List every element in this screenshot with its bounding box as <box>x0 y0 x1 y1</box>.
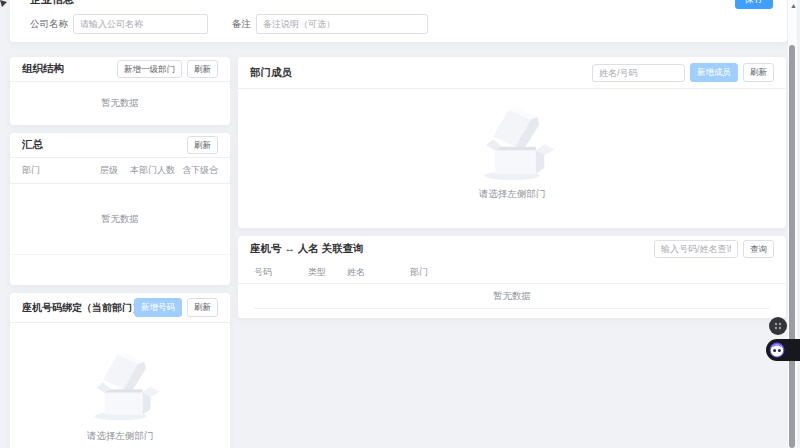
summary-card: 汇总 刷新 部门 层级 本部门人数 含下级合计 暂无数据 <box>10 133 230 285</box>
phone-binding-title: 座机号码绑定（当前部门） <box>22 301 134 315</box>
summary-col-total: 含下级合计 <box>182 164 218 177</box>
lookup-card: 座机号 ↔ 人名 关联查询 查询 号码 类型 姓名 部门 暂无数据 <box>238 236 786 318</box>
add-root-department-button[interactable]: 新增一级部门 <box>117 60 182 79</box>
org-refresh-button[interactable]: 刷新 <box>187 60 218 79</box>
summary-table-header: 部门 层级 本部门人数 含下级合计 <box>10 158 230 184</box>
members-card: 部门成员 新增成员 刷新 请选择左侧部门 <box>238 57 786 228</box>
lookup-empty-text: 暂无数据 <box>493 290 531 303</box>
cursor-artifact <box>0 0 7 8</box>
org-structure-card: 组织结构 新增一级部门 刷新 暂无数据 <box>10 57 230 125</box>
lookup-header: 座机号 ↔ 人名 关联查询 查询 <box>238 236 786 262</box>
add-phone-number-button[interactable]: 新增号码 <box>134 298 182 317</box>
summary-header: 汇总 刷新 <box>10 133 230 158</box>
floating-widget-button[interactable] <box>769 317 787 335</box>
lookup-col-type: 类型 <box>308 266 347 279</box>
summary-col-level: 层级 <box>100 164 130 177</box>
phone-refresh-button[interactable]: 刷新 <box>187 298 218 317</box>
summary-empty-text: 暂无数据 <box>101 213 139 226</box>
phone-binding-card: 座机号码绑定（当前部门） 新增号码 刷新 请选择左侧部门 <box>10 293 230 448</box>
members-body: 请选择左侧部门 <box>238 89 786 201</box>
summary-refresh-button[interactable]: 刷新 <box>187 136 218 155</box>
org-empty-text: 暂无数据 <box>101 97 139 110</box>
lookup-table-body: 暂无数据 <box>254 284 770 309</box>
org-structure-title: 组织结构 <box>22 62 117 76</box>
add-member-button[interactable]: 新增成员 <box>690 63 738 82</box>
assistant-button[interactable] <box>766 339 800 361</box>
lookup-title: 座机号 ↔ 人名 关联查询 <box>250 242 654 256</box>
members-title: 部门成员 <box>250 66 592 80</box>
summary-title: 汇总 <box>22 138 187 152</box>
company-form: 公司名称 备注 <box>10 14 787 34</box>
lookup-col-number: 号码 <box>254 266 308 279</box>
scrollbar-thumb[interactable] <box>789 45 795 448</box>
company-name-label: 公司名称 <box>30 18 68 31</box>
save-button[interactable]: 保存 <box>735 0 773 9</box>
empty-box-illustration <box>461 97 563 183</box>
phone-binding-header: 座机号码绑定（当前部门） 新增号码 刷新 <box>10 293 230 323</box>
org-structure-header: 组织结构 新增一级部门 刷新 <box>10 57 230 82</box>
members-empty-text: 请选择左侧部门 <box>479 188 546 201</box>
company-info-header: 企业信息 保存 <box>10 0 787 11</box>
members-refresh-button[interactable]: 刷新 <box>743 63 774 82</box>
org-structure-body: 暂无数据 <box>10 82 230 124</box>
empty-box-illustration <box>73 343 168 423</box>
lookup-query-button[interactable]: 查询 <box>743 240 774 259</box>
lookup-col-department: 部门 <box>410 266 770 279</box>
page-title: 企业信息 <box>30 0 74 7</box>
lookup-col-name: 姓名 <box>347 266 410 279</box>
members-header: 部门成员 新增成员 刷新 <box>238 57 786 89</box>
lookup-search-input[interactable] <box>654 240 738 258</box>
grid-dots-icon <box>774 322 782 330</box>
company-name-input[interactable] <box>73 14 208 34</box>
robot-icon <box>769 342 785 358</box>
phone-binding-body: 请选择左侧部门 <box>10 323 230 443</box>
company-info-card: 企业信息 保存 公司名称 备注 <box>10 0 787 42</box>
phone-empty-text: 请选择左侧部门 <box>87 430 154 443</box>
remark-input[interactable] <box>256 14 428 34</box>
member-search-input[interactable] <box>592 64 685 82</box>
summary-col-headcount: 本部门人数 <box>130 164 182 177</box>
summary-table-body: 暂无数据 <box>10 184 230 255</box>
remark-label: 备注 <box>232 18 251 31</box>
summary-col-department: 部门 <box>22 164 100 177</box>
scroll-up-icon: ▲ <box>790 2 797 9</box>
lookup-table-header: 号码 类型 姓名 部门 <box>238 262 786 284</box>
